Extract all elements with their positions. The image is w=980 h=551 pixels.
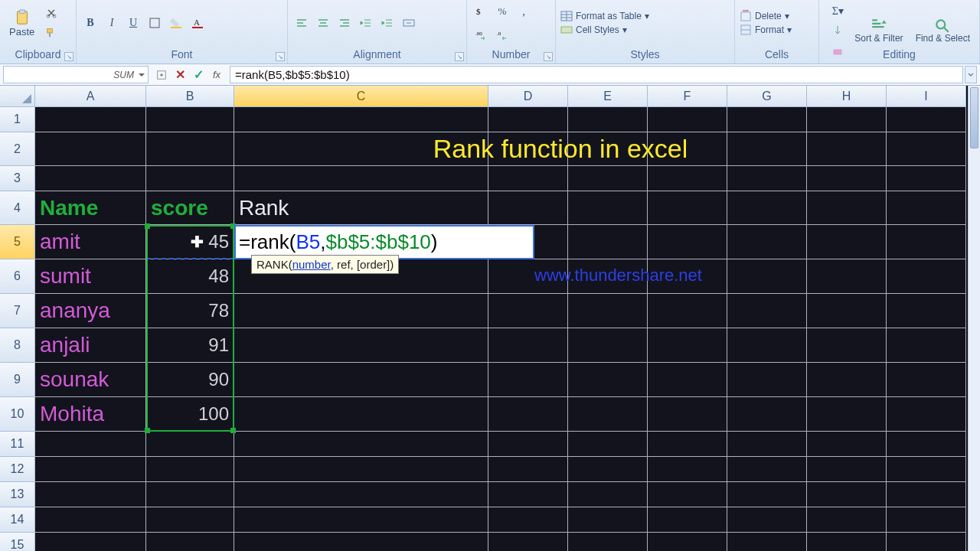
cell[interactable]: [234, 457, 488, 482]
cell[interactable]: [648, 397, 727, 432]
cell[interactable]: [648, 259, 727, 294]
cell[interactable]: [807, 363, 887, 397]
cell[interactable]: [568, 107, 648, 132]
formula-input[interactable]: =rank(B5,$b$5:$b$10): [230, 66, 963, 83]
cell[interactable]: [568, 166, 648, 191]
merge-button[interactable]: [400, 14, 418, 32]
cell[interactable]: [648, 191, 727, 225]
fill-button[interactable]: [828, 21, 847, 40]
cell[interactable]: [887, 191, 966, 225]
cell[interactable]: [807, 225, 887, 259]
autosum-button[interactable]: Σ▾: [828, 2, 847, 20]
row-header[interactable]: 4: [0, 191, 35, 225]
cell[interactable]: [488, 259, 568, 294]
vertical-scrollbar[interactable]: [968, 86, 980, 551]
column-header[interactable]: F: [648, 86, 727, 107]
column-header[interactable]: H: [807, 86, 887, 107]
cell[interactable]: [568, 225, 648, 259]
cell-score[interactable]: 78: [146, 294, 234, 328]
row-header[interactable]: 1: [0, 107, 35, 132]
row-header[interactable]: 2: [0, 132, 35, 166]
currency-button[interactable]: $: [472, 2, 490, 21]
format-button[interactable]: Format▾: [740, 24, 814, 36]
cell[interactable]: [146, 482, 234, 507]
row-header[interactable]: 15: [0, 533, 35, 551]
formula-bar-expand-icon[interactable]: [965, 66, 977, 83]
cell[interactable]: [234, 363, 488, 397]
cell[interactable]: [568, 432, 648, 457]
cell[interactable]: [568, 259, 648, 294]
cell[interactable]: [568, 482, 648, 507]
cell[interactable]: [648, 294, 727, 328]
cell[interactable]: [648, 107, 727, 132]
cell[interactable]: [146, 507, 234, 533]
cell[interactable]: [146, 533, 234, 551]
cell[interactable]: [488, 482, 568, 507]
cell[interactable]: [807, 457, 887, 482]
cell[interactable]: [807, 191, 887, 225]
cell[interactable]: [807, 482, 887, 507]
cell[interactable]: [887, 328, 966, 363]
cell[interactable]: [887, 107, 966, 132]
cell[interactable]: [35, 166, 146, 191]
function-tooltip[interactable]: RANK(number, ref, [order]): [251, 255, 399, 274]
dialog-launcher-icon[interactable]: ↘: [455, 52, 464, 61]
cancel-icon[interactable]: ✕: [172, 67, 188, 83]
cell[interactable]: [234, 328, 488, 363]
cell[interactable]: [887, 507, 966, 533]
cell[interactable]: [568, 363, 648, 397]
cell-name[interactable]: amit: [35, 225, 146, 259]
cell[interactable]: [807, 533, 887, 551]
dialog-launcher-icon[interactable]: ↘: [544, 52, 553, 61]
cell[interactable]: [146, 107, 234, 132]
cell[interactable]: [887, 457, 966, 482]
column-header[interactable]: C: [234, 86, 488, 107]
row-header[interactable]: 5: [0, 225, 35, 259]
cell[interactable]: [807, 432, 887, 457]
cell[interactable]: [488, 363, 568, 397]
cell[interactable]: [35, 533, 146, 551]
cell[interactable]: [488, 294, 568, 328]
enter-icon[interactable]: ✓: [190, 67, 207, 83]
row-header[interactable]: 8: [0, 328, 35, 363]
cell[interactable]: [727, 259, 807, 294]
row-header[interactable]: 14: [0, 507, 35, 533]
cell[interactable]: [234, 107, 488, 132]
cell[interactable]: [648, 328, 727, 363]
align-left-button[interactable]: [292, 14, 311, 32]
cell[interactable]: [648, 533, 727, 551]
cell[interactable]: [648, 457, 727, 482]
cell[interactable]: [568, 457, 648, 482]
cell-score[interactable]: 48: [146, 259, 234, 294]
format-painter-button[interactable]: [42, 24, 60, 42]
dialog-launcher-icon[interactable]: ↘: [64, 52, 74, 61]
cell[interactable]: [568, 328, 648, 363]
cell-name[interactable]: ananya: [35, 294, 146, 328]
bold-button[interactable]: B: [81, 14, 100, 32]
cell[interactable]: [727, 328, 807, 363]
cell[interactable]: [727, 107, 807, 132]
cell[interactable]: [727, 191, 807, 225]
row-header[interactable]: 11: [0, 432, 35, 457]
cell[interactable]: [488, 533, 568, 551]
column-header[interactable]: B: [146, 86, 234, 107]
header-score[interactable]: score: [146, 191, 234, 225]
cell[interactable]: [488, 457, 568, 482]
cell[interactable]: [35, 132, 146, 166]
percent-button[interactable]: %: [493, 2, 511, 21]
cell[interactable]: [807, 328, 887, 363]
fill-color-button[interactable]: [167, 14, 185, 32]
cell[interactable]: [234, 397, 488, 432]
row-header[interactable]: 12: [0, 457, 35, 482]
cell-score[interactable]: 100: [146, 397, 234, 432]
cell[interactable]: [807, 107, 887, 132]
cell[interactable]: [727, 457, 807, 482]
cell[interactable]: [488, 107, 568, 132]
column-header[interactable]: D: [488, 86, 568, 107]
sort-filter-button[interactable]: Sort & Filter: [850, 15, 907, 45]
align-center-button[interactable]: [314, 14, 332, 32]
cell[interactable]: [807, 294, 887, 328]
cell[interactable]: [887, 225, 966, 259]
cell[interactable]: [807, 507, 887, 533]
cell[interactable]: [807, 259, 887, 294]
